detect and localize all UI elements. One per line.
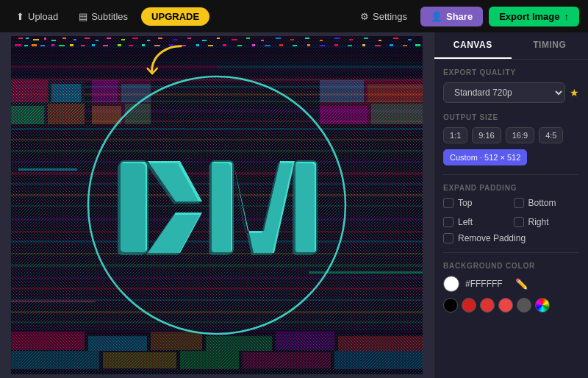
swatch-red3[interactable] <box>498 298 513 313</box>
svg-rect-19 <box>74 39 76 40</box>
swatch-black[interactable] <box>443 298 458 313</box>
bottom-padding-checkbox[interactable] <box>514 198 524 208</box>
canvas-image <box>11 36 423 374</box>
svg-rect-128 <box>276 332 334 350</box>
quality-select[interactable]: Standard 720p <box>443 82 565 103</box>
svg-rect-119 <box>320 80 364 102</box>
topbar-left: ⬆ Upload ▤ Subtitles UPGRADE <box>9 7 209 26</box>
custom-size-button[interactable]: Custom · 512 × 512 <box>443 149 527 165</box>
bg-color-label: BACKGROUND COLOR <box>443 262 579 270</box>
premium-star-icon: ★ <box>570 87 579 99</box>
svg-rect-110 <box>51 84 81 102</box>
swatch-gray1[interactable] <box>517 298 531 313</box>
canvas-tab[interactable]: CANVAS <box>434 32 512 59</box>
svg-rect-39 <box>349 39 353 40</box>
subtitles-label: Subtitles <box>91 11 128 22</box>
swatch-red2[interactable] <box>480 298 495 313</box>
swatch-red1[interactable] <box>462 298 476 313</box>
svg-rect-105 <box>11 311 423 313</box>
size-4-5-button[interactable]: 4:5 <box>539 127 563 143</box>
right-panel: CANVAS TIMING EXPORT QUALITY Standard 72… <box>434 32 588 378</box>
settings-button[interactable]: ⚙ Settings <box>353 7 415 26</box>
svg-rect-67 <box>279 44 283 46</box>
color-input-row: ✏️ <box>443 276 579 292</box>
eyedropper-button[interactable]: ✏️ <box>515 278 528 290</box>
share-button[interactable]: 👤 Share <box>420 7 483 26</box>
svg-rect-149 <box>293 163 315 255</box>
svg-rect-114 <box>92 80 118 102</box>
svg-rect-42 <box>393 38 398 39</box>
svg-rect-54 <box>103 45 108 46</box>
svg-rect-148 <box>209 163 231 255</box>
svg-rect-133 <box>243 352 331 368</box>
upgrade-button[interactable]: UPGRADE <box>141 7 209 26</box>
upload-icon: ⬆ <box>16 11 24 22</box>
svg-rect-64 <box>237 45 242 46</box>
right-padding-checkbox[interactable] <box>514 217 524 227</box>
svg-rect-45 <box>15 44 21 46</box>
svg-rect-63 <box>223 44 226 46</box>
export-quality-label: EXPORT QUALITY <box>443 68 579 76</box>
svg-rect-130 <box>11 351 99 369</box>
svg-rect-71 <box>334 44 338 46</box>
svg-rect-72 <box>348 45 352 46</box>
svg-rect-49 <box>51 44 54 46</box>
export-button[interactable]: Export Image ↑ <box>489 7 579 26</box>
timing-tab[interactable]: TIMING <box>512 32 589 59</box>
svg-rect-136 <box>11 301 96 302</box>
upload-button[interactable]: ⬆ Upload <box>9 7 65 26</box>
custom-size-row: Custom · 512 × 512 <box>443 149 579 165</box>
size-1-1-button[interactable]: 1:1 <box>443 127 467 143</box>
subtitles-button[interactable]: ▤ Subtitles <box>71 7 135 26</box>
divider-1 <box>443 174 579 175</box>
svg-rect-68 <box>293 45 297 46</box>
subtitles-icon: ▤ <box>79 11 87 22</box>
svg-rect-89 <box>11 128 423 130</box>
svg-rect-81 <box>217 65 423 68</box>
top-padding-row: Top <box>443 198 509 208</box>
share-label: Share <box>446 11 473 22</box>
left-padding-row: Left <box>443 217 509 227</box>
svg-rect-131 <box>103 352 176 368</box>
left-padding-checkbox[interactable] <box>443 217 453 227</box>
svg-rect-53 <box>92 44 95 46</box>
padding-checkboxes: Top Bottom Left Right <box>443 198 579 232</box>
svg-rect-47 <box>32 44 37 46</box>
color-hex-input[interactable] <box>465 279 509 289</box>
svg-rect-125 <box>88 336 147 351</box>
canvas-area[interactable] <box>0 32 434 378</box>
divider-2 <box>443 252 579 253</box>
svg-rect-55 <box>118 44 121 46</box>
svg-rect-26 <box>158 38 162 39</box>
upload-label: Upload <box>28 11 58 22</box>
svg-rect-52 <box>81 45 85 46</box>
svg-rect-43 <box>408 39 412 40</box>
size-row: 1:1 9:16 16:9 4:5 <box>443 127 579 143</box>
svg-rect-77 <box>415 44 420 46</box>
svg-rect-104 <box>11 299 423 301</box>
size-9-16-button[interactable]: 9:16 <box>472 127 501 143</box>
svg-rect-32 <box>246 38 250 39</box>
svg-rect-35 <box>290 39 294 40</box>
topbar: ⬆ Upload ▤ Subtitles UPGRADE ⚙ Settings … <box>0 0 588 32</box>
svg-rect-134 <box>334 351 423 369</box>
bottom-padding-label: Bottom <box>528 198 556 208</box>
expand-padding-label: EXPAND PADDING <box>443 184 579 192</box>
panel-body: EXPORT QUALITY Standard 720p ★ OUTPUT SI… <box>434 60 588 378</box>
remove-padding-row: Remove Padding <box>443 233 579 243</box>
svg-rect-112 <box>48 104 85 124</box>
svg-rect-31 <box>232 39 237 40</box>
svg-rect-121 <box>320 106 368 124</box>
remove-padding-checkbox[interactable] <box>443 233 453 243</box>
svg-rect-22 <box>107 38 111 39</box>
remove-padding-label: Remove Padding <box>458 233 526 243</box>
svg-rect-73 <box>362 44 365 46</box>
top-padding-checkbox[interactable] <box>443 198 453 208</box>
svg-rect-56 <box>129 45 133 46</box>
svg-rect-25 <box>147 40 150 41</box>
size-16-9-button[interactable]: 16:9 <box>506 127 534 143</box>
svg-rect-40 <box>364 38 368 39</box>
bg-color-swatch[interactable] <box>443 276 459 292</box>
svg-rect-102 <box>11 277 423 279</box>
swatch-rainbow[interactable] <box>535 298 550 313</box>
